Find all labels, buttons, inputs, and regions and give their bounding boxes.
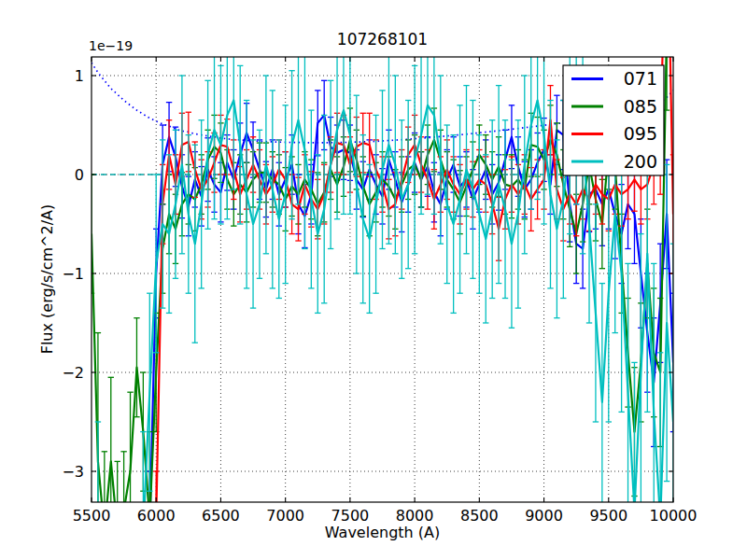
series-line-071 (149, 115, 673, 530)
legend-label-071: 071 (624, 68, 657, 89)
x-tick-label: 8500 (460, 507, 499, 525)
y-axis-offset-label: 1e−19 (89, 38, 133, 53)
x-axis-label: Wavelength (A) (92, 524, 673, 541)
y-tick-label: −2 (62, 364, 84, 382)
x-tick-label: 6500 (202, 507, 240, 525)
x-tick-label: 7500 (331, 507, 370, 525)
x-tick-label: 10000 (650, 507, 698, 525)
plot-title: 107268101 (92, 30, 673, 49)
figure: 5500600065007000750080008500900095001000… (0, 0, 747, 560)
x-tick-label: 8000 (396, 507, 434, 525)
x-tick-label: 9500 (589, 507, 627, 525)
y-tick-labels: 10−1−2−3 (62, 67, 84, 481)
x-tick-label: 9000 (525, 507, 563, 525)
legend: 071085095200 (563, 65, 664, 175)
legend-label-200: 200 (624, 151, 657, 172)
y-tick-label: 0 (75, 166, 84, 184)
legend-label-085: 085 (624, 96, 657, 117)
x-tick-labels: 5500600065007000750080008500900095001000… (73, 507, 698, 525)
x-tick-label: 5500 (73, 507, 111, 525)
spectrum-plot-canvas: 5500600065007000750080008500900095001000… (0, 0, 747, 560)
y-tick-label: 1 (75, 67, 84, 85)
x-tick-label: 7000 (266, 507, 304, 525)
y-tick-label: −1 (62, 265, 84, 283)
y-tick-label: −3 (62, 463, 84, 481)
x-tick-label: 6000 (137, 507, 176, 525)
legend-label-095: 095 (624, 123, 657, 144)
y-axis-label: Flux (erg/s/cm^2/A) (38, 204, 56, 355)
